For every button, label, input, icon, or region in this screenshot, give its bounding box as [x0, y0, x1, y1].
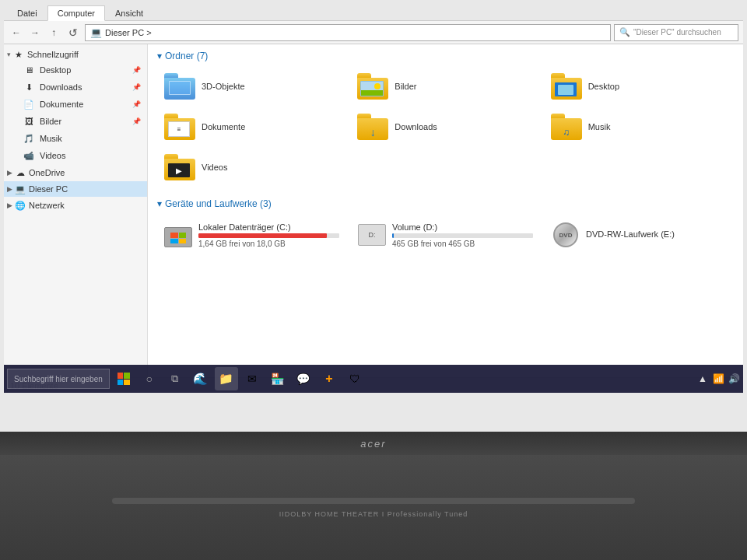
folder-item-dokumente[interactable]: ≡ Dokumente — [157, 108, 347, 145]
folder-item-bilder[interactable]: Bilder — [350, 68, 540, 105]
drive-item-e[interactable]: DVD DVD-RW-Laufwerk (E:) — [545, 215, 734, 254]
sidebar-item-downloads[interactable]: ⬇ Downloads 📌 — [4, 79, 147, 96]
screen: Datei Computer Ansicht ← → ↑ ↺ 💻 Dieser … — [0, 0, 747, 436]
dieser-pc-section: ▶ 💻 Dieser PC — [4, 181, 147, 197]
refresh-button[interactable]: ↺ — [65, 24, 82, 41]
sidebar-item-dokumente[interactable]: 📄 Dokumente 📌 — [4, 96, 147, 113]
folders-section-heading[interactable]: ▾ Ordner (7) — [157, 51, 734, 61]
sidebar-item-musik[interactable]: 🎵 Musik — [4, 130, 147, 147]
videos-icon: 📹 — [23, 149, 35, 162]
folder-item-videos[interactable]: ▶ Videos — [157, 149, 347, 186]
drive-item-c[interactable]: Lokaler Datenträger (C:) 1,64 GB frei vo… — [157, 215, 346, 254]
folder-desktop-label: Desktop — [588, 82, 619, 91]
up-button[interactable]: ↑ — [46, 25, 61, 40]
folder-videos-label: Videos — [202, 163, 227, 172]
volume-tray-icon[interactable]: 🔊 — [728, 373, 740, 385]
download-arrow-icon: ↓ — [370, 126, 376, 138]
search-box[interactable]: 🔍 "Dieser PC" durchsuchen — [614, 24, 738, 41]
back-button[interactable]: ← — [9, 25, 24, 40]
folder-grid: 3D-Objekte — [157, 68, 734, 186]
folder-icon-bilder — [357, 73, 388, 100]
sidebar-item-bilder[interactable]: 🖼 Bilder 📌 — [4, 113, 147, 130]
drive-c-fill — [198, 233, 327, 238]
drives-section-heading[interactable]: ▾ Geräte und Laufwerke (3) — [157, 198, 734, 209]
dieser-pc-icon: 💻 — [15, 184, 26, 194]
system-tray: ▲ 📶 🔊 — [696, 373, 740, 385]
drive-c-space: 1,64 GB frei von 18,0 GB — [198, 240, 339, 248]
quickaccess-star-icon: ★ — [13, 49, 24, 60]
drive-c-info: Lokaler Datenträger (C:) 1,64 GB frei vo… — [198, 222, 339, 248]
folder-icon-desktop — [551, 73, 582, 100]
dieser-pc-label: Dieser PC — [29, 184, 68, 194]
music-note-icon: ♫ — [563, 127, 570, 138]
musik-label: Musik — [40, 134, 62, 143]
ribbon-tabs: Datei Computer Ansicht — [4, 4, 743, 21]
store-icon[interactable]: 🏪 — [266, 367, 289, 390]
tab-datei[interactable]: Datei — [7, 5, 47, 20]
folder-item-downloads[interactable]: ↓ Downloads — [350, 108, 540, 145]
tab-ansicht[interactable]: Ansicht — [105, 5, 153, 20]
laptop-shell: Datei Computer Ansicht ← → ↑ ↺ 💻 Dieser … — [0, 0, 747, 560]
pin-icon-4: 📌 — [132, 117, 141, 125]
bezel-bottom: acer — [0, 432, 747, 455]
mail-icon[interactable]: ✉ — [240, 367, 264, 390]
onedrive-label: OneDrive — [29, 168, 65, 177]
file-explorer-icon[interactable]: 📁 — [215, 367, 238, 390]
add-icon[interactable]: + — [317, 367, 341, 390]
dolby-text: IIDOLBY HOME THEATER I Professionally Tu… — [279, 510, 468, 518]
pin-icon-3: 📌 — [132, 100, 141, 108]
drive-item-d[interactable]: D: Volume (D:) 465 GB frei von 465 GB — [351, 215, 540, 254]
sidebar-item-videos[interactable]: 📹 Videos — [4, 147, 147, 164]
drives-heading: Geräte und Laufwerke (3) — [165, 198, 272, 209]
forward-button[interactable]: → — [27, 25, 43, 40]
pin-icon-2: 📌 — [132, 83, 141, 91]
address-path[interactable]: 💻 Dieser PC > — [85, 24, 611, 41]
edge-browser-icon[interactable]: 🌊 — [189, 367, 212, 390]
keyboard-bar — [112, 498, 635, 504]
start-button[interactable] — [112, 367, 135, 390]
onedrive-icon: ☁ — [15, 167, 26, 178]
drive-d-info: Volume (D:) 465 GB frei von 465 GB — [392, 222, 533, 248]
dieser-pc-header[interactable]: ▶ 💻 Dieser PC — [4, 181, 147, 197]
onedrive-header[interactable]: ▶ ☁ OneDrive — [4, 166, 147, 180]
onedrive-arrow: ▶ — [7, 169, 12, 177]
tray-arrow-icon[interactable]: ▲ — [696, 373, 709, 385]
downloads-icon: ⬇ — [23, 81, 35, 93]
main-area: ▾ ★ Schnellzugriff 🖥 Desktop 📌 ⬇ Downloa… — [4, 44, 743, 377]
folder-item-desktop[interactable]: Desktop — [544, 68, 734, 105]
folder-item-musik[interactable]: ♫ Musik — [544, 108, 734, 145]
path-text: Dieser PC > — [105, 28, 152, 37]
folder-icon-videos: ▶ — [164, 154, 195, 180]
taskbar-search-text: Suchbegriff hier eingeben — [14, 375, 103, 383]
quickaccess-arrow: ▾ — [7, 51, 11, 58]
network-tray-icon[interactable]: 📶 — [712, 373, 724, 385]
musik-icon: 🎵 — [23, 132, 35, 145]
netzwerk-arrow: ▶ — [7, 201, 12, 209]
dokumente-icon: 📄 — [23, 98, 35, 110]
task-view-icon[interactable]: ⧉ — [163, 367, 187, 390]
taskbar-search[interactable]: Suchbegriff hier eingeben — [7, 369, 110, 389]
netzwerk-header[interactable]: ▶ 🌐 Netzwerk — [4, 198, 147, 212]
drives-arrow: ▾ — [157, 198, 162, 209]
drives-grid: Lokaler Datenträger (C:) 1,64 GB frei vo… — [157, 215, 734, 254]
downloads-label: Downloads — [40, 82, 82, 92]
shield-icon[interactable]: 🛡 — [343, 367, 366, 390]
volume-d-box: D: — [358, 224, 386, 246]
folder-downloads-label: Downloads — [395, 122, 437, 131]
tab-computer[interactable]: Computer — [47, 5, 105, 21]
folder-item-3d[interactable]: 3D-Objekte — [157, 68, 347, 105]
folder-icon-downloads: ↓ — [357, 114, 388, 140]
search-taskbar-icon[interactable]: ○ — [138, 367, 161, 390]
drive-e-name: DVD-RW-Laufwerk (E:) — [586, 229, 727, 239]
dvd-disc-icon: DVD — [553, 222, 578, 247]
skype-icon[interactable]: 💬 — [292, 367, 315, 390]
bilder-label: Bilder — [40, 117, 61, 126]
drive-c-bar — [198, 233, 339, 238]
dokumente-label: Dokumente — [40, 100, 83, 109]
drive-c-name: Lokaler Datenträger (C:) — [198, 222, 339, 232]
search-placeholder: "Dieser PC" durchsuchen — [633, 28, 721, 37]
quickaccess-header[interactable]: ▾ ★ Schnellzugriff — [4, 47, 147, 61]
sidebar-item-desktop[interactable]: 🖥 Desktop 📌 — [4, 61, 147, 79]
content-area: ▾ Ordner (7) 3D-Objekte — [148, 44, 743, 377]
folder-icon-musik: ♫ — [551, 114, 582, 140]
